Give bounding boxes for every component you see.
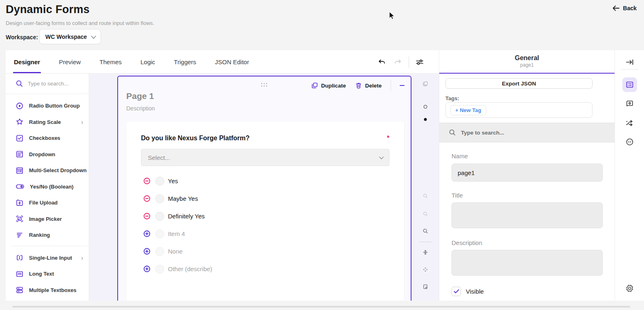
choice-label[interactable]: Item 4 [168, 230, 185, 237]
radio-button[interactable] [155, 212, 164, 221]
zoom-reset-button[interactable] [423, 229, 428, 234]
visible-setting[interactable]: Visible [452, 287, 484, 296]
zoom-in-button[interactable] [423, 193, 428, 198]
toolbox-item-multiple-textboxes[interactable]: Multiple Textboxes [6, 282, 89, 299]
collapse-all-button[interactable] [423, 81, 428, 87]
collapse-panel-button[interactable] [626, 59, 634, 65]
description-field-input[interactable] [452, 250, 603, 276]
export-json-button[interactable]: Export JSON [445, 78, 593, 89]
settings-button[interactable] [625, 284, 634, 293]
fit-page-button[interactable] [423, 250, 428, 255]
tab-json-editor[interactable]: JSON Editor [215, 50, 249, 73]
radio-button[interactable] [155, 247, 164, 256]
remove-choice-icon[interactable] [143, 213, 150, 220]
toolbox-item-long-text[interactable]: Long Text [6, 266, 89, 282]
tab-logic[interactable]: Logic [141, 50, 155, 73]
minus-icon [400, 85, 405, 86]
page-card[interactable]: Duplicate Delete Page 1 Description [117, 76, 411, 301]
add-choice-icon[interactable] [143, 230, 150, 237]
tab-designer[interactable]: Designer [14, 50, 40, 73]
choice-label[interactable]: Yes [168, 177, 178, 184]
multi-dropdown-icon [16, 166, 24, 175]
collapse-panel-icon [626, 59, 634, 65]
horizontal-scrollbar[interactable] [12, 306, 630, 308]
choice-label[interactable]: Definitely Yes [168, 213, 205, 220]
redo-button[interactable] [390, 54, 406, 70]
tab-preview[interactable]: Preview [59, 50, 80, 73]
toolbox-item-multi-select-dropdown[interactable]: Multi-Select Dropdown [6, 162, 89, 179]
visible-checkbox[interactable] [452, 287, 461, 296]
property-search[interactable]: Type to search... [439, 123, 615, 142]
strip-divider [621, 69, 638, 70]
toolbox-sidebar: Type to search... Radio Button Group Rat… [6, 74, 89, 301]
tab-triggers[interactable]: Triggers [174, 50, 196, 73]
remove-choice-icon[interactable] [143, 195, 150, 202]
toolbox-group-choices: Radio Button Group Rating Scale › Checkb… [6, 94, 89, 243]
page-description-placeholder[interactable]: Description [126, 105, 155, 112]
select-placeholder: Select... [148, 154, 170, 161]
radio-button[interactable] [155, 177, 164, 186]
toolbox-item-dropdown[interactable]: Dropdown [6, 146, 89, 163]
chevron-right-icon: › [81, 254, 83, 262]
property-search-placeholder: Type to search... [461, 130, 504, 136]
duplicate-label: Duplicate [321, 83, 346, 89]
new-tag-button[interactable]: + New Tag [450, 105, 486, 115]
toolbox-item-label: Yes/No (Boolean) [30, 184, 74, 190]
toolbox-item-rating-scale[interactable]: Rating Scale › [6, 114, 89, 130]
question-card[interactable]: Do you like Nexus Forge Platform? * Sele… [126, 122, 404, 301]
page-preview-button[interactable] [423, 284, 428, 290]
translation-settings-tab[interactable] [625, 99, 634, 108]
property-panel-subtitle: page1 [439, 62, 615, 68]
name-field-input[interactable]: page1 [452, 164, 603, 182]
collapse-page-button[interactable] [397, 80, 407, 91]
choice-label[interactable]: Other (describe) [168, 265, 212, 272]
general-properties-tab[interactable] [622, 77, 637, 92]
page-nav-dot-outline[interactable] [424, 105, 427, 109]
undo-button[interactable] [373, 54, 390, 70]
creator-settings-button[interactable] [411, 54, 428, 70]
toolbox-item-ranking[interactable]: Ranking [6, 227, 89, 243]
drag-handle-icon[interactable] [261, 83, 268, 87]
duplicate-button[interactable]: Duplicate [308, 82, 349, 89]
tab-themes[interactable]: Themes [100, 50, 122, 73]
toolbox-item-label: File Upload [29, 200, 58, 206]
top-header: Dynamic Forms Design user-facing forms t… [0, 0, 644, 50]
property-panel-title: General [439, 54, 615, 62]
question-title[interactable]: Do you like Nexus Forge Platform? [141, 135, 250, 142]
toolbox-item-checkboxes[interactable]: Checkboxes [6, 130, 89, 146]
tab-bar: Designer Preview Themes Logic Triggers J… [6, 50, 439, 74]
toolbox-search[interactable]: Type to search... [6, 74, 89, 94]
workspace-selector[interactable]: WC Workspace [39, 29, 101, 44]
remove-choice-icon[interactable] [143, 177, 150, 184]
embed-tab[interactable] [625, 137, 634, 146]
toolbox-item-single-line-input[interactable]: Single-Line Input › [6, 250, 89, 266]
file-upload-icon [16, 199, 24, 207]
toolbox-item-radio-button-group[interactable]: Radio Button Group [6, 98, 89, 114]
radio-button[interactable] [155, 265, 164, 274]
page-name[interactable]: Page 1 [126, 91, 154, 101]
radio-button[interactable] [155, 194, 164, 203]
add-choice-icon[interactable] [143, 265, 150, 272]
toolbox-item-image-picker[interactable]: Image Picker [6, 211, 89, 227]
toolbox-item-yes-no-boolean[interactable]: Yes/No (Boolean) [6, 179, 89, 195]
zoom-out-button[interactable] [423, 211, 428, 216]
choice-label[interactable]: None [168, 248, 183, 255]
delete-button[interactable]: Delete [352, 82, 385, 89]
logic-tab[interactable] [625, 119, 634, 128]
undo-icon [377, 58, 386, 67]
surface-navigator [416, 74, 435, 301]
toolbox-item-file-upload[interactable]: File Upload [6, 195, 89, 211]
add-choice-icon[interactable] [143, 248, 150, 255]
choice-row-definitely-yes: Definitely Yes [141, 207, 389, 225]
required-marker: * [387, 135, 389, 142]
chevron-down-icon [91, 34, 96, 39]
radio-button[interactable] [155, 229, 164, 238]
question-select-input[interactable]: Select... [141, 149, 389, 166]
back-button[interactable]: Back [613, 5, 637, 11]
choice-label[interactable]: Maybe Yes [168, 195, 198, 202]
page-card-toolbar: Duplicate Delete [118, 79, 411, 92]
expand-surface-button[interactable] [423, 267, 428, 272]
title-field-input[interactable] [452, 202, 603, 228]
toolbox-search-placeholder: Type to search... [28, 81, 69, 87]
page-nav-dot-current[interactable] [424, 118, 427, 121]
